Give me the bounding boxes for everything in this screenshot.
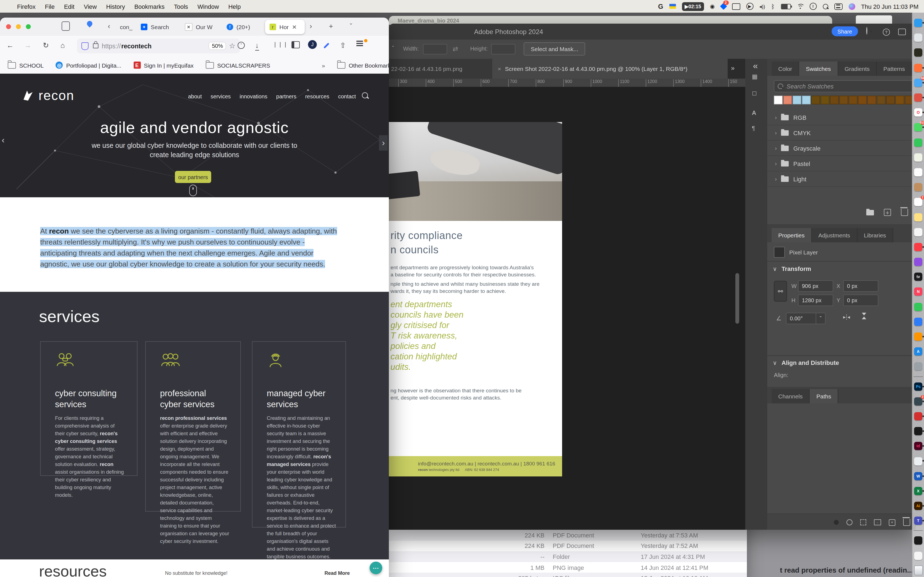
align-chevron[interactable]: ∨ <box>773 359 777 366</box>
tracking-protection-icon[interactable] <box>81 42 89 50</box>
dock-item[interactable] <box>913 165 924 180</box>
dock-item[interactable] <box>913 180 924 195</box>
firefox-window[interactable]: ‹ con_ ✦ Search ✕ Our W f (20+) r Hor ✕ … <box>0 18 389 577</box>
home-icon[interactable]: ⌂ <box>60 41 65 50</box>
dock-item[interactable] <box>913 374 924 379</box>
control-center-icon[interactable] <box>834 2 842 10</box>
chevron-right-icon[interactable]: › <box>775 114 777 120</box>
menu-item[interactable]: Bookmarks <box>134 3 165 10</box>
siri-icon[interactable] <box>848 2 855 10</box>
finder-row[interactable]: 305 bytes IOS file 12 Jun 2024 at 10:10 … <box>389 573 747 577</box>
dock-item[interactable] <box>913 359 924 374</box>
select-and-mask-button[interactable]: Select and Mask... <box>523 42 585 55</box>
creative-cloud-menu-icon[interactable]: ◉ <box>710 2 715 10</box>
search-icon[interactable] <box>866 27 867 34</box>
panel-tab[interactable]: Adjustments <box>812 228 858 242</box>
finder-row[interactable]: 224 KB PDF Document Yesterday at 7:53 AM <box>389 530 747 540</box>
nav-link[interactable]: contact <box>338 93 356 100</box>
comments-panel-icon[interactable]: ◻ <box>752 90 757 97</box>
panel-tab[interactable]: Patterns <box>877 61 912 76</box>
bookmark-item[interactable]: ◎Portfoliopad | Digita... <box>56 61 121 69</box>
share-button[interactable]: Share <box>832 26 858 36</box>
swatch-group-row[interactable]: › Pastel <box>767 156 916 171</box>
dock-item[interactable]: X <box>913 484 924 498</box>
nav-link[interactable]: resources <box>305 93 330 100</box>
flip-vertical-icon[interactable] <box>862 313 866 319</box>
height-value[interactable]: 1280 px <box>798 295 833 306</box>
menu-item[interactable]: Help <box>228 3 241 10</box>
bluetooth-icon[interactable]: ᛒ <box>771 2 775 10</box>
delete-path-icon[interactable] <box>903 519 910 526</box>
close-tab-icon[interactable]: ✕ <box>292 24 297 30</box>
delete-icon[interactable] <box>901 209 908 216</box>
dock-item[interactable] <box>913 424 924 438</box>
tab-scroll-left-icon[interactable]: ‹ <box>108 22 110 30</box>
minimize-window-button[interactable] <box>16 24 21 29</box>
panel-tab[interactable]: Channels <box>772 389 810 403</box>
playback-icon[interactable]: ▶ <box>746 2 753 10</box>
close-window-button[interactable] <box>6 24 11 29</box>
finder-row[interactable]: -- Folder 17 Jun 2024 at 4:31 PM <box>389 551 747 562</box>
browser-tab[interactable]: con_ <box>115 20 137 34</box>
bookmark-item[interactable]: ESign In | myEquifax <box>133 61 194 69</box>
tab-scroll-right-icon[interactable]: › <box>310 22 312 30</box>
menu-icon[interactable] <box>356 43 363 44</box>
sidebar-icon[interactable] <box>291 41 300 48</box>
angle-dropdown-icon[interactable]: ˇ <box>816 313 825 324</box>
nav-link[interactable]: services <box>211 93 231 100</box>
panel-tab[interactable]: Paths <box>810 389 838 403</box>
swatch[interactable] <box>821 96 829 105</box>
menu-item[interactable]: Firefox <box>17 3 36 10</box>
swatch-group-row[interactable]: › RGB <box>767 110 916 125</box>
new-swatch-icon[interactable]: + <box>884 209 891 216</box>
swatch[interactable] <box>811 96 820 105</box>
dock-item[interactable] <box>913 45 924 60</box>
swatch-search-input[interactable]: Search Swatches <box>774 80 913 92</box>
site-search-icon[interactable] <box>362 92 368 98</box>
swatch-group-row[interactable]: › CMYK <box>767 125 916 141</box>
bookmarks-overflow-icon[interactable]: » <box>322 62 325 68</box>
dock-item[interactable]: tv <box>913 269 924 284</box>
tool-options-dropdown-icon[interactable]: ˇ <box>392 45 394 51</box>
vertical-scrollbar[interactable] <box>735 273 739 324</box>
dock-item[interactable]: 2 <box>913 195 924 210</box>
swatch[interactable] <box>802 96 811 105</box>
finder-row[interactable]: 1 MB PNG image 14 Jun 2024 at 12:41 PM <box>389 562 747 573</box>
browser-tab[interactable]: f (20+) <box>222 20 255 34</box>
dock-item[interactable] <box>913 533 924 548</box>
dock-item[interactable] <box>913 329 924 344</box>
flip-horizontal-icon[interactable]: ▸┊◂ <box>843 314 850 320</box>
spotlight-icon[interactable] <box>822 2 828 10</box>
wifi-icon[interactable] <box>797 2 803 10</box>
menubar-clock[interactable]: Thu 20 Jun 11:03 PM <box>861 3 919 10</box>
menu-item[interactable]: Tools <box>174 3 188 10</box>
new-group-icon[interactable] <box>866 210 874 215</box>
menu-item[interactable]: Edit <box>64 3 74 10</box>
dropbox-menu-icon[interactable]: 2 <box>721 2 726 10</box>
panel-tab[interactable]: Properties <box>772 228 812 242</box>
dock-item[interactable]: Id <box>913 439 924 454</box>
menu-item[interactable]: History <box>106 3 125 10</box>
dock-item[interactable]: O <box>913 105 924 120</box>
bookmark-folder[interactable]: SOCIALSCRAPERS <box>206 62 270 68</box>
nav-link[interactable]: innovations <box>239 93 267 100</box>
account-avatar[interactable]: J <box>308 40 317 49</box>
dock-item[interactable] <box>913 299 924 314</box>
volume-icon[interactable]: ◂)) <box>759 2 765 10</box>
eyedropper-icon[interactable] <box>323 43 329 48</box>
photoshop-window[interactable]: Adobe Photoshop 2024 Share ? ˇ Width: ⇄ … <box>389 24 916 530</box>
site-logo[interactable]: recon <box>22 88 74 103</box>
swatch[interactable] <box>793 96 801 105</box>
service-card-consulting[interactable]: cyber consulting services For clients re… <box>40 341 137 476</box>
stroke-path-icon[interactable] <box>846 519 853 525</box>
dock-item[interactable] <box>913 255 924 269</box>
zoom-window-button[interactable] <box>26 24 31 29</box>
pin-icon[interactable] <box>86 20 94 27</box>
dock-item[interactable] <box>913 90 924 105</box>
height-field[interactable] <box>491 44 515 55</box>
zoom-level-chip[interactable]: 50% <box>209 42 226 50</box>
bookmark-star-icon[interactable]: ☆ <box>229 42 236 50</box>
grammarly-icon[interactable]: G <box>658 2 663 10</box>
dock-item[interactable] <box>913 60 924 75</box>
bookmark-folder[interactable]: SCHOOL <box>8 62 44 68</box>
